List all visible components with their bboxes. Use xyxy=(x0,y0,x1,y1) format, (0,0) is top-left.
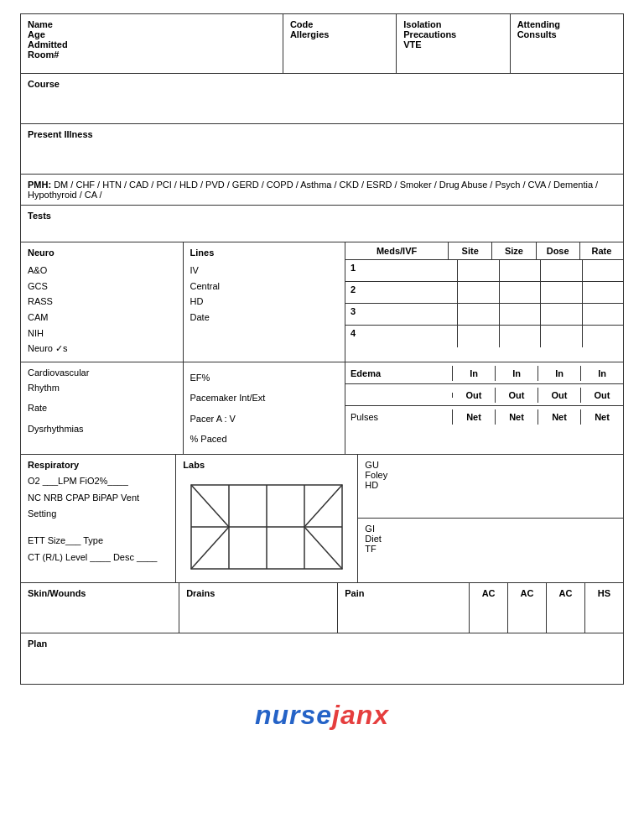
cardio-dysrhythmias: Dysrhythmias xyxy=(28,419,176,439)
svg-line-6 xyxy=(191,527,229,569)
meds-row-3: 3 xyxy=(345,304,623,326)
foley-label: Foley xyxy=(365,470,616,480)
neuro-item-cam: CAM xyxy=(28,310,176,326)
resp-ett: ETT Size___ Type xyxy=(28,533,169,550)
medical-form: Name Age Admitted Room# Code Allergies I… xyxy=(20,13,624,685)
resp-setting: Setting xyxy=(28,506,169,523)
resp-items: O2 ___LPM FiO2%____ NC NRB CPAP BiPAP Ve… xyxy=(28,473,169,566)
resp-nc: NC NRB CPAP BiPAP Vent xyxy=(28,490,169,507)
meds-site-label: Site xyxy=(449,242,492,259)
cardio-rate: Rate xyxy=(28,398,176,418)
lines-date: Date xyxy=(190,310,339,326)
lines-iv: IV xyxy=(190,263,339,279)
neuro-lines-meds-grid: Neuro A&O GCS RASS CAM NIH Neuro ✓s Line… xyxy=(21,242,623,362)
tests-row: Tests xyxy=(21,206,623,242)
meds-size-label: Size xyxy=(492,242,536,259)
isolation-cell: Isolation Precautions VTE xyxy=(397,14,510,73)
meds-col: Meds/IVF Site Size Dose Rate 1 2 xyxy=(345,242,623,362)
gu-bottom: GI Diet TF xyxy=(358,519,623,582)
tests-label: Tests xyxy=(28,211,51,221)
ac1-cell: AC xyxy=(470,583,508,633)
skin-grid: Skin/Wounds Drains Pain AC AC AC HS xyxy=(21,583,623,633)
edema-label: Edema xyxy=(345,366,453,381)
svg-line-8 xyxy=(304,527,342,569)
brand-part1: nurse xyxy=(255,700,332,730)
gu-col: GU Foley HD GI Diet TF xyxy=(358,455,623,582)
ef-paced: % Paced xyxy=(190,429,339,449)
labs-label: Labs xyxy=(183,460,351,470)
meds-row-2: 2 xyxy=(345,282,623,304)
admitted-label: Admitted xyxy=(28,39,276,50)
meds-header: Meds/IVF Site Size Dose Rate xyxy=(345,242,623,260)
lines-hd: HD xyxy=(190,294,339,310)
edema-col: Edema In In In In Out Out Out Out Pulses… xyxy=(345,362,623,454)
name-cell: Name Age Admitted Room# xyxy=(21,14,283,73)
gu-top: GU Foley HD xyxy=(358,455,623,519)
meds-dose-label: Dose xyxy=(537,242,580,259)
tf-label: TF xyxy=(365,544,616,554)
resp-ct: CT (R/L) Level ____ Desc ____ xyxy=(28,550,169,566)
resp-o2: O2 ___LPM FiO2%____ xyxy=(28,473,169,490)
consults-label: Consults xyxy=(517,29,616,39)
brand-part2: janx xyxy=(332,700,389,730)
attending-cell: Attending Consults xyxy=(511,14,623,73)
vte-label: VTE xyxy=(403,39,502,50)
labs-svg xyxy=(183,477,351,577)
svg-line-5 xyxy=(191,485,229,527)
ac3-cell: AC xyxy=(547,583,585,633)
header-row: Name Age Admitted Room# Code Allergies I… xyxy=(21,14,623,74)
cardio-label: Cardiovascular xyxy=(28,367,89,378)
cardio-col: Cardiovascular Rhythm Rate Dysrhythmias xyxy=(21,362,184,454)
cardio-grid: Cardiovascular Rhythm Rate Dysrhythmias … xyxy=(21,362,623,455)
present-illness-row: Present Illness xyxy=(21,124,623,175)
achs-col: AC AC AC HS xyxy=(470,583,623,633)
neuro-items: A&O GCS RASS CAM NIH Neuro ✓s xyxy=(28,263,176,357)
gi-label: GI xyxy=(365,524,616,534)
footer: nursejanx xyxy=(255,700,389,731)
lines-items: IV Central HD Date xyxy=(190,263,339,326)
ef-ef: EF% xyxy=(190,367,339,388)
age-label: Age xyxy=(28,29,276,39)
hd-label: HD xyxy=(365,480,616,490)
meds-rate-label: Rate xyxy=(580,242,623,259)
gu-label: GU xyxy=(365,460,616,470)
edema-row-pulses: Pulses Net Net Net Net xyxy=(345,406,623,428)
ef-pacemaker: Pacemaker Int/Ext xyxy=(190,388,339,408)
ef-items: EF% Pacemaker Int/Ext Pacer A : V % Pace… xyxy=(190,367,339,449)
cardio-rhythm: Rhythm xyxy=(28,378,176,398)
allergies-label: Allergies xyxy=(290,29,389,39)
attending-label: Attending xyxy=(517,19,616,29)
ef-col: EF% Pacemaker Int/Ext Pacer A : V % Pace… xyxy=(184,362,346,454)
lines-col: Lines IV Central HD Date xyxy=(184,242,346,362)
plan-row: Plan xyxy=(21,633,623,684)
room-label: Room# xyxy=(28,50,276,60)
edema-row-empty: Out Out Out Out xyxy=(345,384,623,406)
skin-col: Skin/Wounds xyxy=(21,583,179,633)
labs-diagram xyxy=(183,477,351,577)
neuro-item-ao: A&O xyxy=(28,263,176,279)
name-label: Name xyxy=(28,19,276,29)
diet-label: Diet xyxy=(365,534,616,544)
neuro-item-checks: Neuro ✓s xyxy=(28,341,176,357)
svg-line-7 xyxy=(304,485,342,527)
meds-row-1: 1 xyxy=(345,260,623,282)
edema-header: Edema In In In In xyxy=(345,362,623,384)
drains-label: Drains xyxy=(186,588,215,598)
neuro-item-rass: RASS xyxy=(28,294,176,310)
neuro-item-nih: NIH xyxy=(28,326,176,341)
course-label: Course xyxy=(28,79,60,89)
neuro-label: Neuro xyxy=(28,248,55,258)
pmh-row: PMH: DM / CHF / HTN / CAD / PCI / HLD / … xyxy=(21,175,623,206)
precautions-label: Precautions xyxy=(403,29,502,39)
ef-pacer: Pacer A : V xyxy=(190,409,339,429)
ac2-cell: AC xyxy=(508,583,547,633)
hs-cell: HS xyxy=(585,583,623,633)
meds-label: Meds/IVF xyxy=(345,242,449,259)
plan-label: Plan xyxy=(28,639,47,649)
labs-col: Labs xyxy=(176,455,358,582)
lines-central: Central xyxy=(190,279,339,295)
code-label: Code xyxy=(290,19,389,29)
resp-label: Respiratory xyxy=(28,460,79,470)
neuro-col: Neuro A&O GCS RASS CAM NIH Neuro ✓s xyxy=(21,242,184,362)
meds-row-4: 4 xyxy=(345,326,623,347)
